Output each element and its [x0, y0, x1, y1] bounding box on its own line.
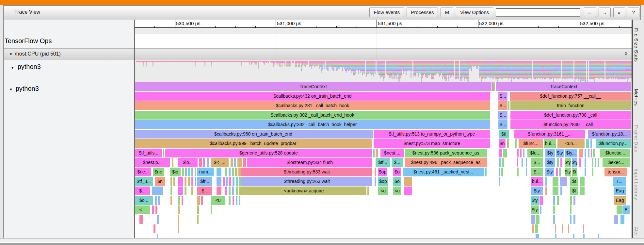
flow-events-button[interactable]: Flow events	[369, 8, 404, 17]
expand-arrow-icon[interactable]: ▸	[12, 65, 14, 70]
flame-bar-sliver[interactable]	[191, 177, 193, 186]
flame-bar[interactable]: $nest....	[380, 149, 404, 157]
flame-bar-sliver[interactable]	[620, 215, 624, 224]
flame-bar[interactable]: $nest.py:573 map_structure	[374, 139, 490, 148]
flame-bar[interactable]: $...	[531, 168, 543, 176]
flame-bar-sliver[interactable]	[570, 196, 572, 205]
flame-bar[interactable]: $...	[498, 101, 507, 110]
flame-bar-sliver[interactable]	[236, 177, 238, 186]
flame-bar-sliver[interactable]	[182, 196, 183, 205]
flame-bar[interactable]: <un...	[557, 139, 585, 148]
flame-bar-sliver[interactable]	[372, 130, 373, 139]
flame-bar[interactable]: $o...	[135, 196, 153, 205]
thread-row-python3-expanded[interactable]	[4, 82, 135, 238]
flame-bar[interactable]: $ty	[545, 158, 555, 167]
flame-bar[interactable]: $io	[170, 168, 181, 176]
flame-bar[interactable]: $callbacks.py:999 _batch_update_progbar	[135, 139, 372, 148]
flame-bar[interactable]: $ty	[531, 187, 543, 195]
flame-bar[interactable]: $ty...	[565, 149, 577, 157]
flame-bar[interactable]: Eag	[614, 196, 626, 205]
flame-bar-sliver[interactable]	[557, 158, 559, 167]
flame-bar-sliver[interactable]	[531, 215, 535, 224]
flame-bar[interactable]: $ty	[531, 196, 539, 205]
flame-bar-sliver[interactable]	[170, 196, 172, 205]
flame-bar[interactable]: $ne	[153, 168, 164, 176]
sidebar-tab-input-latency[interactable]: Input Latency	[634, 169, 639, 200]
flame-bar-sliver[interactable]	[579, 158, 581, 167]
flame-bar[interactable]: $generic_utils.py:528 update	[165, 149, 372, 157]
flame-bar-sliver[interactable]	[517, 158, 518, 167]
flame-bar-sliver[interactable]	[583, 224, 584, 233]
flame-bar-sliver[interactable]	[617, 205, 622, 214]
host-cpu-label[interactable]: ▾ /host:CPU (pid 501)	[10, 51, 61, 57]
flame-bar-sliver[interactable]	[185, 177, 186, 186]
flame-bar[interactable]: $o	[393, 177, 401, 186]
flame-bar-sliver[interactable]	[231, 158, 233, 167]
flame-bar[interactable]: tensor...	[604, 168, 627, 176]
flame-bar[interactable]: $op	[378, 177, 388, 186]
flame-bar-sliver[interactable]	[225, 168, 227, 176]
flame-bar-sliver[interactable]	[243, 158, 246, 167]
flame-bar[interactable]: num...	[197, 168, 214, 176]
flame-bar-sliver[interactable]	[191, 168, 193, 176]
flame-bar-sliver[interactable]	[236, 187, 238, 195]
flame-bar[interactable]: $func...	[519, 139, 543, 148]
flame-bar[interactable]: E	[622, 205, 630, 214]
flame-bar-sliver[interactable]	[573, 234, 574, 238]
flame-bar-sliver[interactable]	[503, 149, 507, 157]
flame-bar-sliver[interactable]	[557, 196, 559, 205]
flame-bar-sliver[interactable]	[585, 158, 586, 167]
flame-bar-sliver[interactable]	[203, 158, 205, 167]
flame-bar-sliver[interactable]	[573, 215, 575, 224]
flame-bar[interactable]: $op	[378, 168, 387, 176]
flame-bar-sliver[interactable]	[157, 234, 158, 238]
flame-bar[interactable]: $callbacks.py:960 on_train_batch_end	[135, 130, 372, 139]
flame-bar-sliver[interactable]	[229, 168, 231, 176]
flame-bar-sliver[interactable]	[155, 196, 157, 205]
flame-bar-sliver[interactable]	[178, 205, 180, 214]
flame-bar-sliver[interactable]	[195, 168, 196, 176]
flame-bar-sliver[interactable]	[211, 205, 212, 214]
host-cpu-header[interactable]	[4, 48, 632, 60]
flame-bar[interactable]: $tf_u...	[135, 177, 153, 186]
flame-bar-sliver[interactable]	[158, 196, 160, 205]
flame-bar-sliver[interactable]	[153, 224, 155, 233]
flame-bar-sliver[interactable]	[508, 101, 509, 110]
flame-bar[interactable]: $io...	[178, 158, 198, 167]
flame-bar-sliver[interactable]	[178, 177, 183, 186]
flame-bar-sliver[interactable]	[593, 149, 595, 157]
flame-bar[interactable]: $iostream.py:334 flush	[247, 158, 372, 167]
flame-bar-sliver[interactable]	[585, 168, 586, 176]
flame-bar-sliver[interactable]	[560, 177, 567, 186]
flame-bar[interactable]: $fr...	[197, 177, 212, 186]
flame-bar-sliver[interactable]	[178, 215, 179, 224]
flame-bar-sliver[interactable]	[598, 234, 599, 238]
flame-bar-sliver[interactable]	[588, 149, 589, 157]
flame-bar-sliver[interactable]	[520, 149, 522, 157]
flame-bar-sliver[interactable]	[560, 187, 562, 195]
flame-bar[interactable]: bui...	[531, 177, 543, 186]
flame-bar[interactable]: $...	[498, 120, 507, 129]
flame-bar-sliver[interactable]	[170, 177, 172, 186]
flame-bar[interactable]: $ty	[565, 158, 571, 167]
flame-bar-sliver[interactable]	[195, 177, 196, 186]
flame-bar-sliver[interactable]	[191, 187, 193, 195]
thread-minimap[interactable]	[135, 60, 632, 82]
flame-bar[interactable]: $...	[135, 187, 150, 195]
flame-bar-sliver[interactable]	[197, 205, 199, 214]
flame-bar-sliver[interactable]	[185, 187, 186, 195]
flame-bar-sliver[interactable]	[545, 177, 547, 186]
flame-bar[interactable]: $ty	[545, 149, 555, 157]
flame-bar[interactable]: $t	[572, 168, 577, 176]
flame-bar-sliver[interactable]	[583, 234, 585, 238]
flame-bar-sliver[interactable]	[579, 149, 583, 157]
collapse-arrow-icon[interactable]: ▾	[10, 87, 12, 92]
flame-bar[interactable]: $tf_utils...	[135, 149, 162, 157]
view-options-button[interactable]: View Options	[456, 8, 493, 17]
flame-bar[interactable]: $...	[197, 187, 212, 195]
flame-bar-sliver[interactable]	[239, 196, 240, 205]
flame-bar[interactable]: $tf...	[376, 158, 390, 167]
flame-bar-sliver[interactable]	[586, 139, 589, 148]
flame-bar-sliver[interactable]	[591, 149, 592, 157]
flame-bar[interactable]: $nest.py:461 _packed_nest...	[403, 168, 484, 176]
